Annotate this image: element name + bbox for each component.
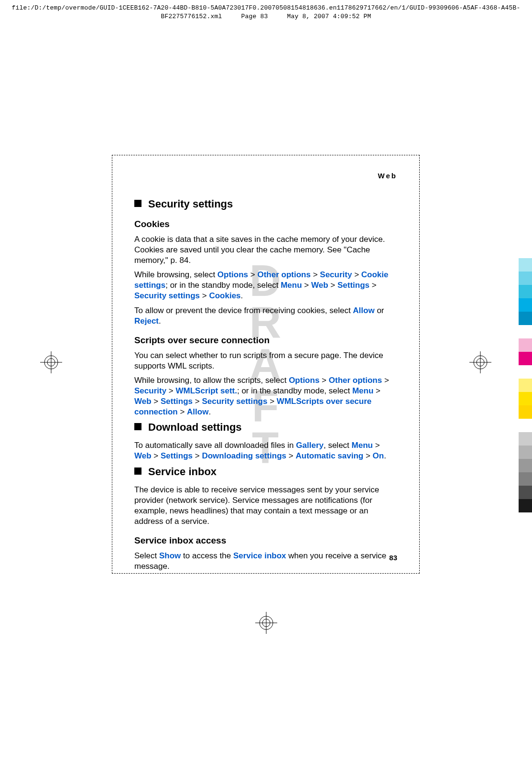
- body-text: The device is able to receive service me…: [134, 485, 397, 527]
- color-swatch: [519, 405, 532, 419]
- bullet-square-icon: [134, 423, 141, 430]
- color-swatch: [519, 352, 532, 365]
- body-text: You can select whether to run scripts fr…: [134, 350, 397, 371]
- running-header: Web: [134, 172, 397, 180]
- color-swatch: [519, 258, 532, 272]
- subheading-cookies: Cookies: [134, 219, 397, 229]
- color-swatch: [519, 432, 532, 446]
- file-meta-line: BF2275776152.xml Page 83 May 8, 2007 4:0…: [0, 12, 532, 21]
- color-swatch: [519, 486, 532, 499]
- color-swatch: [519, 459, 532, 472]
- color-swatch: [519, 312, 532, 325]
- bullet-square-icon: [134, 200, 141, 207]
- body-text: A cookie is data that a site saves in th…: [134, 234, 397, 266]
- body-text: Select Show to access the Service inbox …: [134, 551, 397, 572]
- color-swatch: [519, 285, 532, 298]
- file-path-line: file:/D:/temp/overmode/GUID-1CEEB162-7A2…: [0, 4, 532, 12]
- color-swatch-bar: [519, 258, 532, 512]
- registration-mark-icon: [40, 351, 62, 373]
- color-swatch: [519, 392, 532, 405]
- source-header: file:/D:/temp/overmode/GUID-1CEEB162-7A2…: [0, 0, 532, 21]
- color-swatch: [519, 298, 532, 312]
- color-swatch: [519, 472, 532, 486]
- subheading-inbox-access: Service inbox access: [134, 535, 397, 546]
- section-heading-inbox: Service inbox: [134, 466, 397, 478]
- body-text: While browsing, select Options > Other o…: [134, 270, 397, 301]
- registration-mark-icon: [255, 612, 277, 634]
- body-text: To allow or prevent the device from rece…: [134, 305, 397, 326]
- color-swatch: [519, 379, 532, 392]
- registration-mark-icon: [469, 351, 491, 373]
- color-swatch: [519, 338, 532, 352]
- color-swatch: [519, 446, 532, 459]
- bullet-square-icon: [134, 468, 141, 475]
- section-heading-download: Download settings: [134, 421, 397, 434]
- color-swatch: [519, 499, 532, 512]
- body-text: While browsing, to allow the scripts, se…: [134, 375, 397, 417]
- page-content-frame: DRAFT Web Security settings Cookies A co…: [112, 155, 420, 574]
- body-text: To automatically save all downloaded fil…: [134, 440, 397, 461]
- section-heading-security: Security settings: [134, 198, 397, 210]
- color-swatch: [519, 272, 532, 285]
- subheading-scripts: Scripts over secure connection: [134, 335, 397, 346]
